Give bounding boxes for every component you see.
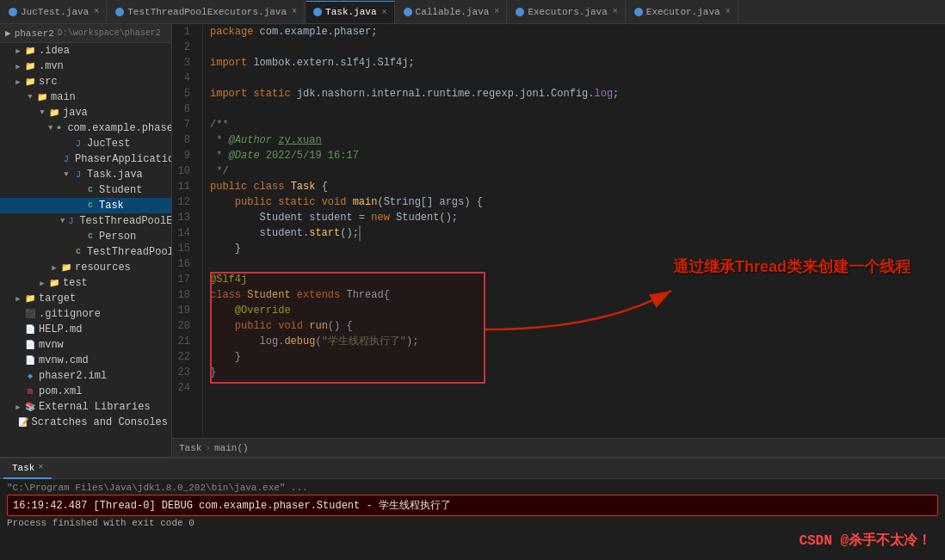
tree-item-pomxml[interactable]: m pom.xml xyxy=(0,384,171,399)
bottom-tab-label: Task xyxy=(12,463,34,473)
file-icon-pom: m xyxy=(24,385,36,397)
code-area: 1 2 3 4 5 6 7 8 9 10 11 12 13 14 15 16 1 xyxy=(172,24,945,457)
breadcrumb: Task › main() xyxy=(172,438,945,457)
tree-item-target[interactable]: ▶ 📁 target xyxy=(0,291,171,306)
class-icon-task: C xyxy=(84,200,96,212)
tree-item-student[interactable]: C Student xyxy=(0,182,171,198)
package-icon: ● xyxy=(52,122,65,134)
output-exit: Process finished with exit code 0 xyxy=(7,518,938,528)
code-line-3: import lombok.extern.slf4j.Slf4j; xyxy=(210,55,945,71)
code-line-7: /** xyxy=(210,117,945,132)
class-icon-person: C xyxy=(84,231,96,243)
folder-icon-main: 📁 xyxy=(36,91,48,103)
code-line-14: student.start(); xyxy=(210,225,945,241)
output-line: 16:19:42.487 [Thread-0] DEBUG com.exampl… xyxy=(7,495,938,516)
tree-item-test[interactable]: ▶ 📁 test xyxy=(0,275,171,291)
code-line-2 xyxy=(210,40,945,55)
tree-item-main[interactable]: ▼ 📁 main xyxy=(0,89,171,105)
class-icon-student: C xyxy=(84,184,96,196)
code-line-23: } xyxy=(210,365,945,380)
folder-icon-mvn: 📁 xyxy=(24,60,36,72)
code-line-12: public static void main(String[] args) { xyxy=(210,194,945,210)
tab-callable[interactable]: Callable.java × xyxy=(397,1,508,23)
tree-item-gitignore[interactable]: ⬛ .gitignore xyxy=(0,306,171,322)
tree-item-taskjava[interactable]: ▼ J Task.java xyxy=(0,167,171,182)
bottom-content: "C:\Program Files\Java\jdk1.8.0_202\bin\… xyxy=(0,479,945,560)
bottom-tab-task[interactable]: Task × xyxy=(3,458,52,479)
code-line-8: * @Author zy.xuan xyxy=(210,132,945,148)
tree-item-package[interactable]: ▼ ● com.example.phaser xyxy=(0,120,171,136)
tree-item-helpmd[interactable]: 📄 HELP.md xyxy=(0,322,171,337)
folder-icon-idea: 📁 xyxy=(24,45,36,57)
code-line-24 xyxy=(210,380,945,396)
code-lines: package com.example.phaser; import lombo… xyxy=(203,24,945,438)
code-line-20: public void run() { xyxy=(210,318,945,334)
java-icon-phaser: J xyxy=(60,153,72,165)
java-icon-taskjava: J xyxy=(72,169,84,181)
tab-executor[interactable]: Executor.java × xyxy=(627,1,738,23)
code-line-4 xyxy=(210,71,945,86)
tree-item-phaser2iml[interactable]: ◆ phaser2.iml xyxy=(0,368,171,384)
tree-item-java[interactable]: ▼ 📁 java xyxy=(0,105,171,120)
java-icon-testpool: J xyxy=(65,215,77,227)
code-line-10: */ xyxy=(210,163,945,179)
bottom-panel: Task × "C:\Program Files\Java\jdk1.8.0_2… xyxy=(0,457,945,560)
tree-item-ext-libraries[interactable]: ▶ 📚 External Libraries xyxy=(0,399,171,415)
tab-bar: JucTest.java × TestThreadPoolExecutors.j… xyxy=(0,0,945,24)
file-icon-mvnw: 📄 xyxy=(24,339,36,351)
sidebar-header: ▶ phaser2 D:\workspace\phaser2 xyxy=(0,24,171,43)
code-line-11: public class Task { xyxy=(210,179,945,194)
bottom-tabs: Task × xyxy=(0,458,945,479)
tab-task[interactable]: Task.java × xyxy=(306,1,394,23)
file-icon-iml: ◆ xyxy=(24,370,36,382)
annotation-text: 通过继承Thread类来创建一个线程 xyxy=(673,256,911,277)
code-line-22: } xyxy=(210,349,945,365)
tree-item-resources[interactable]: ▶ 📁 resources xyxy=(0,260,171,275)
code-line-6 xyxy=(210,102,945,117)
tree-item-mvn[interactable]: ▶ 📁 .mvn xyxy=(0,58,171,74)
folder-icon-src: 📁 xyxy=(24,76,36,88)
code-scroll[interactable]: 1 2 3 4 5 6 7 8 9 10 11 12 13 14 15 16 1 xyxy=(172,24,945,438)
scratches-icon: 📝 xyxy=(17,416,29,428)
breadcrumb-file: Task xyxy=(179,443,201,453)
code-line-9: * @Date 2022/5/19 16:17 xyxy=(210,148,945,163)
tree-item-mvnwcmd[interactable]: 📄 mvnw.cmd xyxy=(0,353,171,368)
project-label: phaser2 xyxy=(15,28,54,39)
tab-juctest[interactable]: JucTest.java × xyxy=(2,1,107,23)
tree-item-src[interactable]: ▶ 📁 src xyxy=(0,74,171,89)
line-numbers: 1 2 3 4 5 6 7 8 9 10 11 12 13 14 15 16 1 xyxy=(172,24,203,438)
folder-icon-java: 📁 xyxy=(48,107,60,119)
tab-testthreadpoolexecutors[interactable]: TestThreadPoolExecutors.java × xyxy=(108,1,305,23)
project-path: D:\workspace\phaser2 xyxy=(58,28,161,38)
tree-item-mvnw[interactable]: 📄 mvnw xyxy=(0,337,171,353)
folder-icon-target: 📁 xyxy=(24,292,36,305)
main-content: ▶ phaser2 D:\workspace\phaser2 ▶ 📁 .idea… xyxy=(0,24,945,457)
scratches-label: Scratches and Consoles xyxy=(32,416,168,428)
class-icon-testthreadpool: C xyxy=(72,246,84,258)
sidebar: ▶ phaser2 D:\workspace\phaser2 ▶ 📁 .idea… xyxy=(0,24,172,457)
tree-item-task[interactable]: C Task xyxy=(0,198,171,213)
tree-item-juctest[interactable]: J JucTest xyxy=(0,136,171,151)
code-line-19: @Override xyxy=(210,303,945,318)
tree-item-idea[interactable]: ▶ 📁 .idea xyxy=(0,43,171,58)
java-icon-juctest: J xyxy=(72,138,84,150)
code-line-18: class Student extends Thread{ xyxy=(210,287,945,303)
tree-item-testpool[interactable]: ▼ J TestThreadPoolExecutors.java xyxy=(0,213,171,229)
tree-item-testthreadpool[interactable]: C TestThreadPoolExecutors xyxy=(0,244,171,260)
folder-icon-test: 📁 xyxy=(48,277,60,289)
tree-item-person[interactable]: C Person xyxy=(0,229,171,244)
file-icon-mvnwcmd: 📄 xyxy=(24,354,36,366)
file-icon-git: ⬛ xyxy=(24,308,36,320)
code-line-13: Student student = new Student(); xyxy=(210,210,945,225)
tab-executors[interactable]: Executors.java × xyxy=(509,1,625,23)
code-line-15: } xyxy=(210,241,945,256)
tree-item-scratches[interactable]: 📝 Scratches and Consoles xyxy=(0,415,171,430)
tree-item-phaserapplication[interactable]: J PhaserApplication xyxy=(0,151,171,167)
code-line-21: log.debug("学生线程执行了"); xyxy=(210,334,945,349)
project-icon: ▶ xyxy=(5,28,11,39)
folder-icon-resources: 📁 xyxy=(60,262,72,274)
code-line-5: import static jdk.nashorn.internal.runti… xyxy=(210,86,945,102)
output-path: "C:\Program Files\Java\jdk1.8.0_202\bin\… xyxy=(7,483,938,493)
breadcrumb-method: main() xyxy=(214,443,249,453)
file-icon-help: 📄 xyxy=(24,323,36,335)
